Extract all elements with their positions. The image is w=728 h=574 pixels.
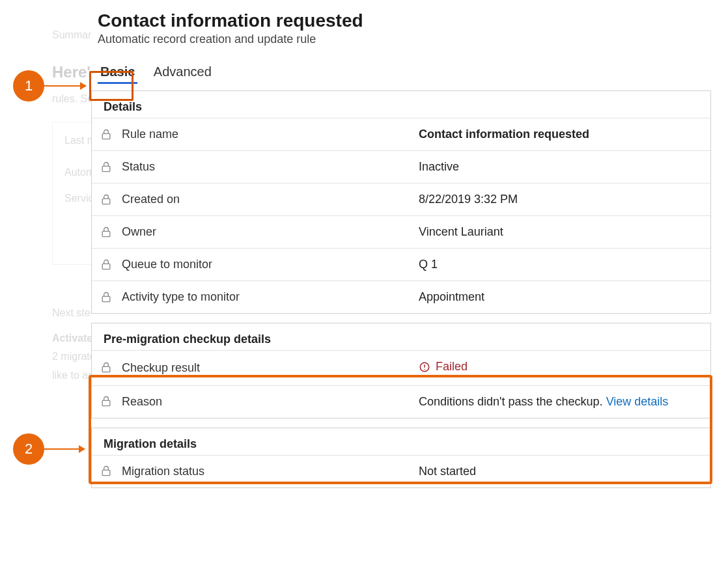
- svg-rect-0: [102, 133, 110, 139]
- activity-label: Activity type to monitor: [122, 290, 240, 304]
- checkup-label: Checkup result: [122, 361, 200, 375]
- created-label: Created on: [122, 193, 180, 206]
- row-created: Created on 8/22/2019 3:32 PM: [92, 183, 710, 215]
- migration-section: Migration details Migration status Not s…: [91, 428, 711, 488]
- tab-advanced[interactable]: Advanced: [151, 61, 214, 82]
- premigration-title: Pre-migration checkup details: [92, 323, 710, 350]
- lock-icon: [100, 465, 113, 478]
- row-checkup-result: Checkup result Failed: [92, 350, 710, 385]
- svg-rect-1: [102, 166, 110, 171]
- row-activity: Activity type to monitor Appointment: [92, 280, 710, 313]
- lock-icon: [100, 361, 113, 374]
- page-title: Contact information requested: [98, 10, 706, 31]
- reason-value: Conditions didn't pass the checkup. View…: [419, 395, 703, 409]
- tab-basic[interactable]: Basic: [98, 61, 137, 84]
- checkup-value-text: Failed: [436, 360, 468, 374]
- queue-value: Q 1: [419, 258, 703, 271]
- svg-point-9: [424, 368, 425, 370]
- annotation-arrow-2: [44, 448, 85, 450]
- lock-icon: [100, 395, 113, 408]
- reason-text: Conditions didn't pass the checkup.: [419, 395, 606, 408]
- lock-icon: [100, 258, 113, 271]
- svg-rect-4: [102, 264, 110, 269]
- row-queue: Queue to monitor Q 1: [92, 248, 710, 280]
- activity-value: Appointment: [419, 290, 703, 304]
- queue-label: Queue to monitor: [122, 258, 212, 271]
- migration-title: Migration details: [92, 428, 710, 455]
- svg-rect-5: [102, 296, 110, 301]
- details-title: Details: [92, 91, 710, 118]
- lock-icon: [100, 161, 113, 174]
- error-icon: [419, 361, 430, 373]
- lock-icon: [100, 226, 113, 239]
- lock-icon: [100, 291, 113, 304]
- page-subtitle: Automatic record creation and update rul…: [98, 33, 711, 46]
- status-value: Inactive: [419, 160, 703, 174]
- annotation-badge-2: 2: [13, 433, 44, 465]
- svg-rect-3: [102, 231, 110, 236]
- row-status: Status Inactive: [92, 150, 710, 183]
- checkup-value: Failed: [419, 360, 703, 376]
- rule-name-value: Contact information requested: [419, 128, 703, 141]
- reason-label: Reason: [122, 395, 162, 409]
- svg-rect-11: [102, 470, 110, 475]
- owner-label: Owner: [122, 225, 156, 239]
- tabs: Basic Advanced: [98, 61, 711, 84]
- created-value: 8/22/2019 3:32 PM: [419, 193, 703, 206]
- status-label: Status: [122, 160, 155, 174]
- details-section: Details Rule name Contact information re…: [91, 90, 711, 314]
- annotation-badge-1: 1: [13, 70, 44, 102]
- annotation-arrow-1: [44, 85, 86, 87]
- migration-status-label: Migration status: [122, 465, 204, 478]
- svg-rect-2: [102, 198, 110, 204]
- record-panel: Contact information requested Automatic …: [91, 8, 711, 574]
- rule-name-label: Rule name: [122, 128, 178, 141]
- row-migration-status: Migration status Not started: [92, 455, 710, 487]
- owner-value: Vincent Lauriant: [419, 225, 703, 239]
- svg-rect-6: [102, 367, 110, 372]
- row-reason: Reason Conditions didn't pass the checku…: [92, 385, 710, 418]
- lock-icon: [100, 193, 113, 206]
- premigration-section: Pre-migration checkup details Checkup re…: [91, 323, 711, 418]
- row-owner: Owner Vincent Lauriant: [92, 215, 710, 248]
- migration-status-value: Not started: [419, 465, 703, 478]
- view-details-link[interactable]: View details: [606, 395, 669, 408]
- row-rule-name: Rule name Contact information requested: [92, 118, 710, 150]
- lock-icon: [100, 128, 113, 141]
- svg-rect-10: [102, 400, 110, 405]
